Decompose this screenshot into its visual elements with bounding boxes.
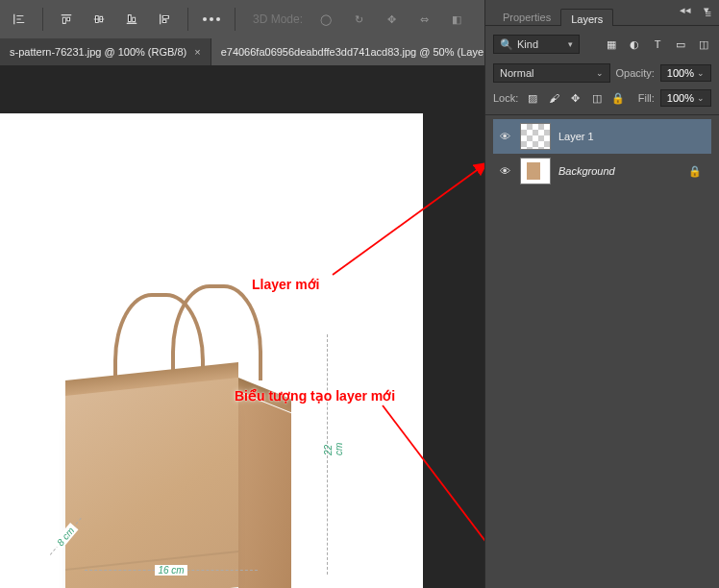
layer-name[interactable]: Background (558, 165, 615, 177)
filter-type-icon[interactable]: T (650, 37, 665, 52)
layer-row-layer1[interactable]: 👁 Layer 1 (493, 119, 711, 154)
lock-row: Lock: ▨ 🖌 ✥ ◫ 🔒 Fill: 100%⌄ (493, 86, 711, 110)
3d-mode-label: 3D Mode: (253, 12, 303, 26)
dimension-height: 22 cm (327, 334, 328, 575)
layer-filter-icons: ▦ ◐ T ▭ ◫ (604, 37, 711, 52)
visibility-toggle-icon[interactable]: 👁 (497, 131, 512, 142)
distribute-left-icon[interactable] (153, 8, 176, 31)
divider (485, 114, 719, 115)
canvas[interactable]: 16 cm 8 cm 22 cm (0, 113, 423, 588)
layer-row-background[interactable]: 👁 Background 🔒 (493, 154, 711, 188)
close-icon[interactable]: × (194, 46, 200, 58)
filter-smart-icon[interactable]: ◫ (696, 37, 711, 52)
visibility-toggle-icon[interactable]: 👁 (497, 165, 512, 177)
distribute-top-icon[interactable] (55, 8, 78, 31)
document-tab-1[interactable]: s-pattern-76231.jpg @ 100% (RGB/8) × (0, 38, 211, 65)
tab-properties[interactable]: Properties (493, 8, 560, 25)
layer-filter-kind[interactable]: 🔍 Kind ▾ (493, 35, 580, 54)
opacity-label: Opacity: (616, 67, 655, 79)
canvas-area[interactable]: 16 cm 8 cm 22 cm Llayer mới Biểu tượng t… (0, 65, 484, 588)
filter-shape-icon[interactable]: ▭ (673, 37, 688, 52)
lock-all-icon[interactable]: 🔒 (610, 89, 626, 107)
layer-thumbnail[interactable] (520, 158, 551, 184)
align-left-edges-icon[interactable] (8, 8, 31, 31)
chevron-down-icon: ⌄ (596, 68, 604, 78)
lock-image-icon[interactable]: 🖌 (546, 89, 561, 107)
panel-close-icon[interactable]: ▾ (700, 4, 713, 16)
fill-label: Fill: (638, 92, 655, 104)
document-tab-2[interactable]: e74066fa06956deabdffe3dd741acd83.jpg @ 5… (211, 38, 494, 65)
lock-label: Lock: (493, 92, 518, 104)
tab-layers[interactable]: Layers (560, 9, 613, 26)
blend-mode-value: Normal (500, 67, 533, 79)
lock-position-icon[interactable]: ✥ (567, 89, 583, 107)
opacity-input[interactable]: 100%⌄ (660, 64, 711, 82)
panel-body: 🔍 Kind ▾ ▦ ◐ T ▭ ◫ Normal ⌄ Opacity: 100… (485, 25, 719, 194)
dimension-width: 16 cm (85, 559, 258, 571)
annotation-new-layer: Llayer mới (252, 277, 319, 292)
distribute-group (55, 8, 176, 31)
3d-orbit-icon[interactable]: ◯ (314, 8, 337, 31)
filter-pixel-icon[interactable]: ▦ (604, 37, 619, 52)
separator (235, 8, 236, 31)
panel-collapse-icon[interactable]: ◂◂ (679, 4, 692, 16)
kind-label: Kind (517, 38, 538, 50)
panel-window-controls: ◂◂ ▾ (673, 4, 719, 16)
layers-panel: ◂◂ ▾ Properties Layers ≡ 🔍 Kind ▾ ▦ ◐ T … (484, 0, 719, 588)
more-options-icon[interactable] (200, 8, 223, 31)
blend-row: Normal ⌄ Opacity: 100%⌄ (493, 61, 711, 86)
lock-transparent-icon[interactable]: ▨ (524, 89, 539, 107)
chevron-down-icon: ▾ (568, 39, 573, 49)
3d-scale-icon[interactable]: ◧ (445, 8, 468, 31)
document-tab-label: e74066fa06956deabdffe3dd741acd83.jpg @ 5… (221, 46, 483, 58)
separator (42, 8, 43, 31)
filter-adjust-icon[interactable]: ◐ (627, 37, 642, 52)
filter-row: 🔍 Kind ▾ ▦ ◐ T ▭ ◫ (493, 32, 711, 57)
layer-thumbnail[interactable] (520, 123, 551, 150)
distribute-bottom-icon[interactable] (120, 8, 143, 31)
document-tab-label: s-pattern-76231.jpg @ 100% (RGB/8) (10, 46, 186, 58)
annotation-new-layer-icon: Biểu tượng tạo layer mới (235, 388, 395, 404)
separator (187, 8, 188, 31)
3d-pan-icon[interactable]: ✥ (380, 8, 403, 31)
lock-nesting-icon[interactable]: ◫ (589, 89, 605, 107)
3d-slide-icon[interactable]: ⇔ (412, 8, 435, 31)
lock-icon: 🔒 (688, 165, 702, 178)
3d-roll-icon[interactable]: ↻ (347, 8, 370, 31)
layer-name[interactable]: Layer 1 (558, 131, 594, 142)
paper-bag-image (65, 336, 296, 588)
distribute-vcenter-icon[interactable] (87, 8, 111, 31)
blend-mode-select[interactable]: Normal ⌄ (493, 63, 610, 83)
fill-input[interactable]: 100%⌄ (660, 89, 711, 107)
search-icon: 🔍 (500, 38, 513, 51)
